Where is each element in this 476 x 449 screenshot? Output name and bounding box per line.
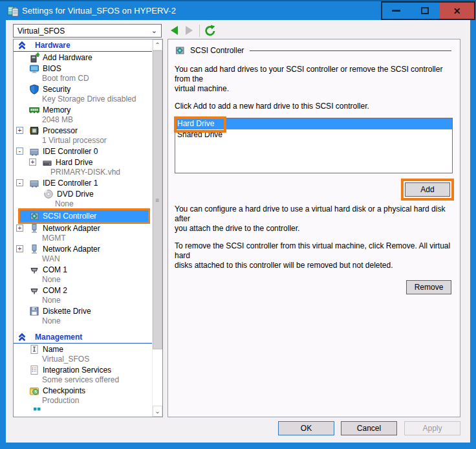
item-label: SCSI Controller — [43, 212, 96, 221]
scroll-up-icon: ⌃ — [155, 41, 160, 49]
sidebar-item-hard-drive[interactable]: + Hard Drive — [14, 157, 153, 168]
item-label: Security — [43, 85, 70, 94]
network-adapter-icon — [29, 223, 39, 234]
item-label: COM 1 — [43, 265, 67, 274]
scroll-down-icon: ⌄ — [155, 408, 160, 415]
back-icon[interactable] — [171, 26, 178, 35]
item-sublabel: PRIMARY-DISK.vhd — [14, 168, 153, 177]
item-sublabel: Some services offered — [14, 375, 153, 385]
item-label: IDE Controller 1 — [43, 179, 98, 188]
vm-selector-value: Virtual_SFOS — [17, 27, 65, 36]
sidebar-item-network-adapter-mgmt[interactable]: + Network Adapter — [14, 223, 153, 234]
collapse-chevrons-icon — [17, 41, 27, 50]
sidebar-item-processor[interactable]: + Processor — [14, 125, 153, 136]
section-label: Hardware — [35, 41, 70, 50]
sidebar-item-partial[interactable] — [14, 408, 153, 413]
refresh-icon[interactable] — [204, 25, 216, 36]
sidebar-item-network-adapter-wan[interactable]: + Network Adapter — [14, 243, 153, 254]
sidebar-item-bios[interactable]: BIOS — [14, 63, 153, 74]
name-icon — [29, 344, 39, 355]
sidebar-item-security[interactable]: Security — [14, 83, 153, 94]
item-sublabel: MGMT — [14, 234, 153, 243]
com-port-icon — [29, 285, 39, 296]
network-adapter-icon — [29, 244, 39, 254]
item-label: DVD Drive — [57, 190, 94, 199]
com-port-icon — [29, 265, 39, 275]
item-sublabel: Virtual_SFOS — [14, 355, 153, 364]
expand-plus-icon[interactable]: + — [16, 224, 23, 232]
vm-selector-dropdown[interactable]: Virtual_SFOS ⌄ — [13, 24, 162, 38]
processor-icon — [29, 126, 39, 136]
sidebar-item-com1[interactable]: COM 1 — [14, 264, 153, 275]
item-sublabel: WAN — [14, 254, 153, 264]
sidebar-item-memory[interactable]: Memory — [14, 104, 153, 115]
section-header-hardware[interactable]: Hardware — [14, 39, 153, 52]
item-label: Memory — [43, 105, 70, 115]
scsi-controller-panel: SCSI Controller You can add hard drives … — [168, 39, 460, 417]
maximize-button[interactable] — [410, 1, 441, 20]
hardware-tree: Hardware Add Hardware BIOS Boot from CD — [14, 39, 153, 417]
panel-title: SCSI Controller — [190, 46, 244, 55]
listbox-item-label: Shared Drive — [177, 130, 222, 139]
header-rule — [250, 50, 451, 51]
close-button[interactable]: ✕ — [440, 1, 475, 20]
item-label: Network Adapter — [43, 245, 100, 254]
shield-icon — [29, 84, 39, 94]
toolbar-separator — [199, 25, 200, 37]
cancel-button[interactable]: Cancel — [341, 421, 397, 435]
panel-header: SCSI Controller — [175, 44, 452, 57]
item-label: Name — [43, 345, 63, 354]
sidebar-item-com2[interactable]: COM 2 — [14, 285, 153, 296]
drive-type-listbox[interactable]: Hard Drive Shared Drive — [175, 118, 453, 173]
sidebar-item-checkpoints[interactable]: Checkpoints — [14, 385, 153, 396]
item-sublabel: None — [14, 199, 153, 209]
minimize-button[interactable] — [381, 1, 411, 20]
section-header-management[interactable]: Management — [14, 331, 153, 344]
dialog-content: Virtual_SFOS ⌄ Hardware Add Hardware — [6, 20, 470, 443]
item-sublabel: Key Storage Drive disabled — [14, 94, 153, 104]
hyperv-settings-icon — [7, 5, 19, 17]
sidebar-item-ide-controller-1[interactable]: - IDE Controller 1 — [14, 177, 153, 188]
item-label: Hard Drive — [56, 158, 92, 167]
forward-icon[interactable] — [186, 26, 193, 35]
scroll-down-button[interactable]: ⌄ — [153, 406, 162, 417]
expand-plus-icon[interactable]: + — [16, 127, 23, 134]
add-button[interactable]: Add — [405, 182, 450, 197]
maximize-icon — [421, 7, 429, 14]
collapse-chevrons-icon — [17, 333, 27, 342]
sidebar-item-diskette-drive[interactable]: Diskette Drive — [14, 305, 153, 316]
listbox-item-label: Hard Drive — [177, 119, 214, 128]
listbox-item-hard-drive[interactable]: Hard Drive — [175, 118, 452, 129]
sidebar-item-dvd-drive[interactable]: DVD Drive — [14, 188, 153, 199]
item-label: Integration Services — [43, 366, 111, 375]
item-sublabel: None — [14, 296, 153, 305]
scsi-controller-icon — [175, 45, 185, 56]
item-label: Network Adapter — [43, 224, 100, 233]
expand-plus-icon[interactable]: + — [16, 245, 23, 252]
collapse-minus-icon[interactable]: - — [16, 179, 23, 186]
remove-button-row: Remove — [175, 280, 452, 294]
sidebar-item-name[interactable]: Name — [14, 344, 153, 355]
sidebar-scrollbar[interactable]: ⌃ ≡ ⌄ — [152, 39, 162, 417]
item-label: Checkpoints — [43, 386, 85, 395]
listbox-item-shared-drive[interactable]: Shared Drive — [175, 129, 452, 140]
sidebar-item-ide-controller-0[interactable]: - IDE Controller 0 — [14, 146, 153, 157]
sidebar-item-add-hardware[interactable]: Add Hardware — [14, 52, 153, 63]
hard-drive-icon — [42, 157, 52, 168]
collapse-minus-icon[interactable]: - — [16, 148, 23, 155]
sidebar-item-scsi-controller[interactable]: SCSI Controller — [14, 209, 153, 223]
chevron-down-icon: ⌄ — [151, 27, 157, 34]
panel-text-click-add: Click Add to add a new hard drive to thi… — [175, 102, 452, 111]
ok-button[interactable]: OK — [278, 421, 334, 435]
item-sublabel: Boot from CD — [14, 74, 153, 83]
item-sublabel: Production — [14, 396, 153, 406]
scroll-up-button[interactable]: ⌃ — [153, 39, 162, 50]
section-label: Management — [35, 333, 82, 342]
apply-button[interactable]: Apply — [404, 421, 460, 435]
item-label: COM 2 — [43, 286, 67, 295]
expand-plus-icon[interactable]: + — [29, 159, 36, 166]
integration-services-icon — [29, 365, 39, 375]
remove-button[interactable]: Remove — [406, 280, 451, 294]
sidebar-item-integration-services[interactable]: Integration Services — [14, 364, 153, 375]
scrollbar-thumb[interactable]: ≡ — [153, 50, 162, 349]
